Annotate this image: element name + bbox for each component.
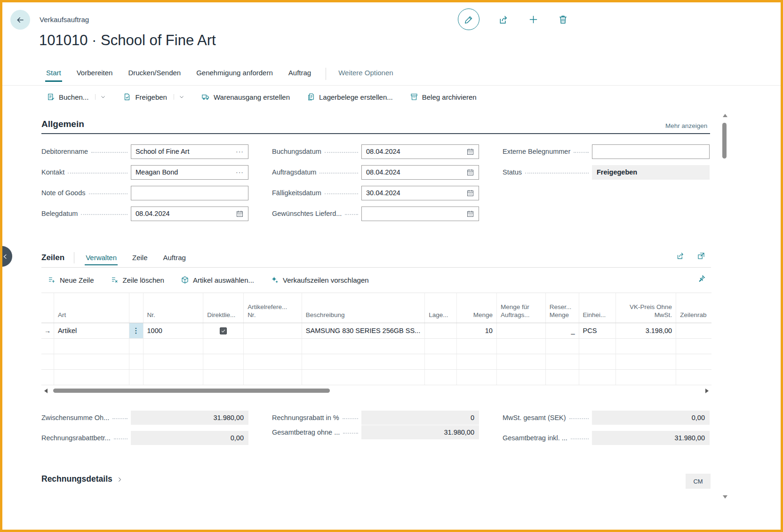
note-of-goods-field[interactable] xyxy=(131,186,248,200)
empty-cell[interactable] xyxy=(546,354,579,369)
col-location[interactable]: Lage... xyxy=(425,293,457,323)
invoice-details-section[interactable]: Rechnungsdetails xyxy=(41,474,123,484)
empty-cell[interactable] xyxy=(144,339,204,354)
empty-cell[interactable] xyxy=(41,354,54,369)
empty-cell[interactable] xyxy=(425,370,457,385)
scroll-left-arrow-icon[interactable] xyxy=(44,389,48,393)
release-button[interactable]: Freigeben xyxy=(123,93,184,101)
empty-cell[interactable] xyxy=(579,354,616,369)
delete-line-button[interactable]: Zeile löschen xyxy=(111,276,164,284)
post-button[interactable]: Buchen... xyxy=(47,93,106,101)
col-qty-to-assemble[interactable]: Menge für Auftrags... xyxy=(497,293,546,323)
cell-location[interactable] xyxy=(425,323,457,338)
cell-reserved-qty[interactable]: _ xyxy=(546,323,579,338)
empty-cell[interactable] xyxy=(41,339,54,354)
cell-unit-price[interactable]: 3.198,00 xyxy=(616,323,676,338)
currency-code-button[interactable]: CM xyxy=(686,474,711,489)
empty-cell[interactable] xyxy=(244,339,302,354)
back-button[interactable] xyxy=(10,10,30,30)
checkbox-checked-icon[interactable] xyxy=(220,327,227,334)
lookup-ellipsis-icon[interactable]: ··· xyxy=(236,148,244,155)
posting-date-field[interactable]: 08.04.2024 xyxy=(361,144,479,159)
requested-delivery-date-field[interactable] xyxy=(361,206,479,221)
scroll-up-arrow-icon[interactable] xyxy=(723,114,727,117)
empty-cell[interactable] xyxy=(425,354,457,369)
cell-description[interactable]: SAMSUNG 830 SERIES 256GB SS... xyxy=(302,323,425,338)
empty-cell[interactable] xyxy=(579,370,616,385)
empty-cell[interactable] xyxy=(676,370,711,385)
create-shipment-button[interactable]: Warenausgang erstellen xyxy=(201,93,290,101)
table-row-empty[interactable] xyxy=(41,370,711,385)
col-unit[interactable]: Einhei... xyxy=(579,293,616,323)
scroll-right-arrow-icon[interactable] xyxy=(705,389,709,393)
empty-cell[interactable] xyxy=(54,370,129,385)
col-quantity[interactable]: Menge xyxy=(457,293,497,323)
calendar-icon[interactable] xyxy=(466,210,474,218)
cell-qty-to-assemble[interactable] xyxy=(497,323,546,338)
empty-cell[interactable] xyxy=(54,339,129,354)
lines-tab-verwalten[interactable]: Verwalten xyxy=(85,252,118,265)
empty-cell[interactable] xyxy=(302,354,425,369)
cell-item-reference-no[interactable] xyxy=(244,323,302,338)
more-options-menu[interactable]: Weitere Optionen xyxy=(337,66,394,82)
archive-document-button[interactable]: Beleg archivieren xyxy=(410,93,477,101)
col-line-discount[interactable]: Zeilenrab xyxy=(676,293,711,323)
cell-nr[interactable]: 1000 xyxy=(144,323,204,338)
empty-cell[interactable] xyxy=(546,370,579,385)
tab-genehmigung-anfordern[interactable]: Genehmigung anfordern xyxy=(195,66,274,82)
col-direct-delivery[interactable]: Direktlie... xyxy=(203,293,244,323)
release-dropdown[interactable] xyxy=(174,94,184,100)
lookup-ellipsis-icon[interactable]: ··· xyxy=(236,168,244,176)
scroll-down-arrow-icon[interactable] xyxy=(723,495,727,499)
col-reserved-qty[interactable]: Reser... Menge xyxy=(546,293,579,323)
horizontal-scrollbar[interactable] xyxy=(41,387,711,394)
empty-cell[interactable] xyxy=(457,339,497,354)
empty-cell[interactable] xyxy=(497,354,546,369)
document-date-field[interactable]: 08.04.2024 xyxy=(131,206,248,221)
table-row-empty[interactable] xyxy=(41,339,711,354)
calendar-icon[interactable] xyxy=(466,189,474,197)
horizontal-scroll-thumb[interactable] xyxy=(53,389,330,393)
horizontal-scroll-track[interactable] xyxy=(50,387,703,394)
col-art[interactable]: Art xyxy=(54,293,129,323)
empty-cell[interactable] xyxy=(676,354,711,369)
collapse-panel-button[interactable] xyxy=(0,246,12,267)
empty-cell[interactable] xyxy=(203,354,244,369)
tab-auftrag[interactable]: Auftrag xyxy=(288,66,312,82)
col-description[interactable]: Beschreibung xyxy=(302,293,425,323)
show-more-link[interactable]: Mehr anzeigen xyxy=(665,122,707,129)
col-unit-price[interactable]: VK-Preis Ohne MwSt. xyxy=(616,293,676,323)
external-document-no-field[interactable] xyxy=(592,144,710,159)
empty-cell[interactable] xyxy=(302,370,425,385)
empty-cell[interactable] xyxy=(302,339,425,354)
open-in-new-window-icon[interactable] xyxy=(697,252,705,260)
cell-direct-delivery[interactable] xyxy=(203,323,244,338)
cell-art[interactable]: Artikel xyxy=(54,323,129,338)
empty-cell[interactable] xyxy=(616,339,676,354)
empty-cell[interactable] xyxy=(457,354,497,369)
cell-unit[interactable]: PCS xyxy=(579,323,616,338)
calendar-icon[interactable] xyxy=(236,210,244,218)
empty-cell[interactable] xyxy=(129,354,144,369)
create-warehouse-docs-button[interactable]: Lagerbelege erstellen... xyxy=(307,93,393,101)
tab-drucken-senden[interactable]: Drucken/Senden xyxy=(127,66,182,82)
table-row-empty[interactable] xyxy=(41,354,711,370)
empty-cell[interactable] xyxy=(41,370,54,385)
empty-cell[interactable] xyxy=(244,354,302,369)
empty-cell[interactable] xyxy=(457,370,497,385)
share-icon[interactable] xyxy=(676,251,685,260)
order-date-field[interactable]: 08.04.2024 xyxy=(361,165,479,180)
cell-line-discount[interactable] xyxy=(676,323,711,338)
empty-cell[interactable] xyxy=(616,370,676,385)
contact-field[interactable]: Meagan Bond··· xyxy=(131,165,248,180)
edit-button[interactable] xyxy=(458,8,479,30)
lines-tab-auftrag[interactable]: Auftrag xyxy=(162,252,187,265)
share-icon[interactable] xyxy=(498,14,509,25)
empty-cell[interactable] xyxy=(616,354,676,369)
empty-cell[interactable] xyxy=(54,354,129,369)
empty-cell[interactable] xyxy=(203,339,244,354)
pin-icon[interactable] xyxy=(697,274,706,283)
empty-cell[interactable] xyxy=(129,339,144,354)
tab-vorbereiten[interactable]: Vorbereiten xyxy=(76,66,114,82)
due-date-field[interactable]: 30.04.2024 xyxy=(361,186,479,200)
